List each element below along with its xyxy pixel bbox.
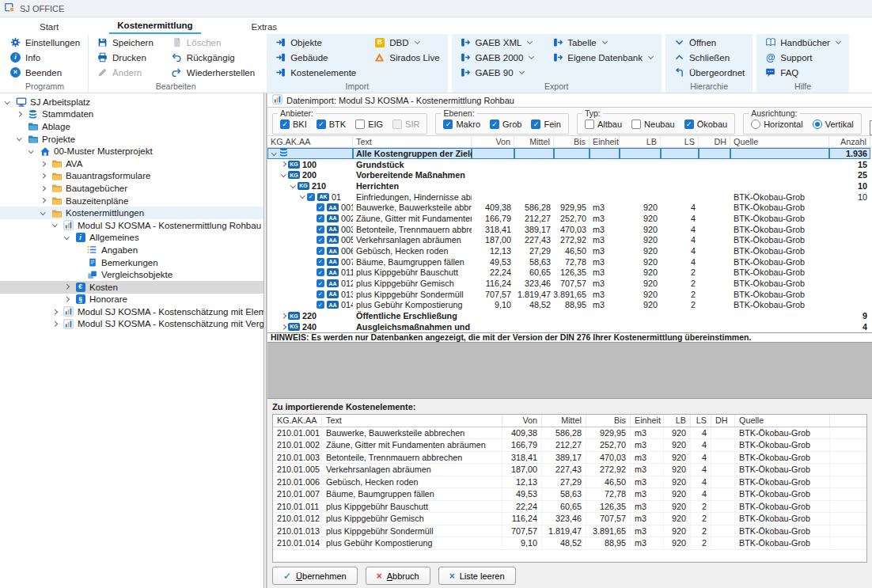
tree-item-00-muster-musterprojekt[interactable]: 00-Muster Musterprojekt [0, 145, 263, 157]
import-table-row[interactable]: 210.01.013plus Kippgebühr Sondermüll707,… [273, 525, 866, 538]
radio-button[interactable] [751, 119, 760, 129]
radio-vertikal[interactable]: Vertikal [813, 119, 854, 129]
checkbox-grob[interactable]: Grob [490, 119, 521, 129]
column-header-quelle[interactable]: Quelle [735, 415, 830, 427]
tree-item-kosten[interactable]: €Kosten [0, 281, 263, 294]
row-checkbox[interactable] [307, 193, 315, 201]
ribbon-item-gaeb-xml[interactable]: GAEB XML [455, 35, 540, 50]
row-checkbox[interactable] [317, 236, 324, 244]
tree-item-stammdaten[interactable]: Stammdaten [0, 108, 263, 121]
column-header-bis[interactable]: Bis [586, 415, 631, 427]
import-table-row[interactable]: 210.01.006Gebüsch, Hecken roden12,1327,2… [273, 476, 866, 489]
column-header-text[interactable]: Text [353, 136, 472, 147]
import-table-row[interactable]: 210.01.005Verkehrsanlagen abräumen187,00… [273, 464, 866, 476]
row-checkbox[interactable] [317, 279, 324, 287]
chevron-right-icon[interactable] [39, 199, 47, 203]
ribbon-item-wiederherstellen[interactable]: Wiederherstellen [166, 65, 260, 80]
row-checkbox[interactable] [317, 214, 324, 222]
tree-item-ablage[interactable]: Ablage [0, 120, 263, 133]
column-header-bis[interactable]: Bis [554, 136, 590, 147]
ribbon-item-gaeb-90[interactable]: GAEB 90 [455, 65, 540, 80]
table-row[interactable]: AA006Gebüsch, Hecken roden12,1327,2946,5… [267, 245, 872, 256]
column-header-von[interactable]: Von [472, 136, 514, 147]
tab-extras[interactable]: Extras [244, 21, 286, 34]
ribbon-item-info[interactable]: iInfo [5, 50, 85, 65]
checkbox-altbau[interactable]: Altbau [585, 119, 622, 129]
chevron-right-icon[interactable] [39, 187, 47, 191]
checkbox-box[interactable] [355, 119, 365, 129]
checkbox-box[interactable] [443, 119, 453, 129]
table-row[interactable]: AA002Zäune, Gitter mit Fundamenten abräu… [267, 213, 872, 224]
tree-item-projekte[interactable]: Projekte [0, 133, 263, 146]
tree-item-ava[interactable]: AVA [0, 157, 263, 170]
column-header-text[interactable]: Text [322, 415, 502, 427]
column-header-anzahl[interactable]: Anzahl [829, 136, 870, 147]
ribbon-item-drucken[interactable]: Drucken [92, 50, 158, 65]
row-checkbox[interactable] [317, 258, 324, 266]
row-checkbox[interactable] [317, 290, 324, 298]
tab-start[interactable]: Start [32, 21, 66, 34]
column-header-einheit[interactable]: Einheit [631, 415, 664, 427]
table-row[interactable]: Alle Kostengruppen der Zieldatenbank1.93… [267, 148, 872, 159]
row-checkbox[interactable] [317, 226, 324, 233]
ribbon-item-bergeordnet[interactable]: Übergeordnet [669, 65, 749, 80]
table-row[interactable]: KG240Ausgleichsmaßnahmen und -abgaben4 [267, 321, 872, 332]
ribbon-item-dbd[interactable]: BDBD [369, 35, 444, 50]
chevron-down-icon[interactable] [3, 101, 12, 104]
ribbon-item-tabelle[interactable]: Tabelle [547, 35, 658, 50]
table-row[interactable]: AA007Bäume, Baumgruppen fällen49,5358,63… [267, 256, 872, 267]
tree-item-modul-sj-kosma-kostenermittlung-rohbau[interactable]: Modul SJ KOSMA - Kostenermittlung Rohbau [0, 219, 263, 232]
row-checkbox[interactable] [317, 247, 324, 255]
ribbon-item-support[interactable]: @Support [760, 50, 846, 65]
ribbon-item-handb-cher[interactable]: Handbücher [760, 35, 846, 50]
table-row[interactable]: AA013plus Kippgebühr Sondermüll707,571.8… [267, 289, 872, 300]
tree-item-bautageb-cher[interactable]: Bautagebücher [0, 182, 263, 195]
row-checkbox[interactable] [317, 268, 324, 276]
ribbon-item-r-ckg-ngig[interactable]: Rückgängig [166, 50, 260, 65]
import-table-row[interactable]: 210.01.002Zäune, Gitter mit Fundamenten … [273, 439, 866, 452]
chevron-down-icon[interactable] [39, 212, 47, 214]
import-table-row[interactable]: 210.01.012plus Kippgebühr Gemisch116,243… [273, 513, 866, 525]
chevron-right-icon[interactable] [63, 285, 71, 289]
table-row[interactable]: AA014plus Gebühr Kompostierung9,1048,528… [267, 300, 872, 311]
column-header-von[interactable]: Von [502, 415, 542, 427]
column-header-lb[interactable]: LB [620, 136, 661, 147]
checkbox-neubau[interactable]: Neubau [631, 119, 675, 129]
column-header-mittel[interactable]: Mittel [542, 415, 586, 427]
column-header-lb[interactable]: LB [664, 415, 691, 427]
checkbox-fein[interactable]: Fein [531, 119, 560, 129]
checkbox-btk[interactable]: BTK [317, 119, 346, 129]
radio-button[interactable] [813, 119, 822, 129]
column-header-dh[interactable]: DH [711, 415, 735, 427]
liste-leeren-button[interactable]: ×Liste leeren [438, 567, 516, 585]
checkbox-box[interactable] [317, 119, 326, 129]
column-header-quelle[interactable]: Quelle [730, 136, 829, 147]
table-row[interactable]: KG100Grundstück15 [267, 159, 872, 170]
table-row[interactable]: AK01Einfriedungen, Hindernisse abräumenB… [267, 192, 872, 203]
checkbox-box[interactable] [490, 119, 499, 129]
table-row[interactable]: AA005Verkehrsanlagen abräumen187,00227,4… [267, 235, 872, 246]
ribbon-item-eigene-datenbank[interactable]: Eigene Datenbank [547, 50, 658, 65]
ribbon-item-faq[interactable]: FAQ [760, 65, 846, 80]
chevron-down-icon[interactable] [63, 237, 71, 239]
table-row[interactable]: AA011plus Kippgebühr Bauschutt22,2460,65… [267, 267, 872, 279]
import-table-row[interactable]: 210.01.001Bauwerke, Bauwerksteile abbrec… [273, 427, 866, 440]
tree-item-modul-sj-kosma-kostensch-tzung-mit-elementen[interactable]: Modul SJ KOSMA - Kostenschätzung mit Ele… [0, 305, 263, 318]
chevron-right-icon[interactable] [63, 298, 71, 302]
column-header-einheit[interactable]: Einheit [590, 136, 620, 147]
ribbon-item-ffnen[interactable]: Öffnen [669, 35, 749, 50]
ribbon-item-kostenelemente[interactable]: Kostenelemente [270, 65, 361, 80]
import-table-row[interactable]: 210.01.014plus Gebühr Kompostierung9,104… [273, 537, 866, 550]
abbruch-button[interactable]: ×Abbruch [366, 567, 430, 585]
table-row[interactable]: KG200Vorbereitende Maßnahmen25 [267, 169, 872, 180]
chevron-down-icon[interactable] [289, 185, 298, 188]
tree-item-bemerkungen[interactable]: Bemerkungen [0, 256, 263, 269]
checkbox-box[interactable] [280, 119, 290, 129]
chevron-down-icon[interactable] [279, 174, 288, 176]
chevron-right-icon[interactable] [51, 322, 59, 326]
chevron-right-icon[interactable] [279, 325, 288, 329]
ribbon-item-einstellungen[interactable]: Einstellungen [5, 35, 85, 50]
tree-item-sj-arbeitsplatz[interactable]: SJ Arbeitsplatz [0, 96, 263, 108]
ribbon-item-speichern[interactable]: Speichern [92, 35, 158, 50]
checkbox-box[interactable] [531, 119, 540, 129]
